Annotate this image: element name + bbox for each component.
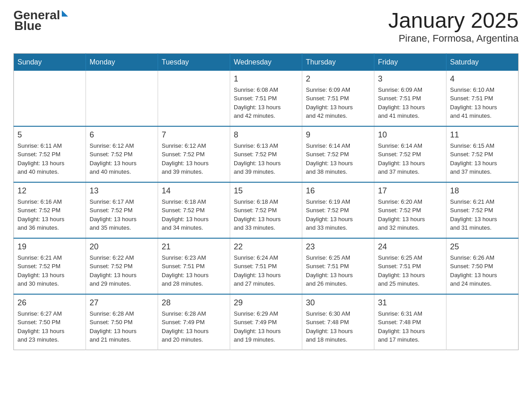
calendar-cell: 10Sunrise: 6:14 AMSunset: 7:52 PMDayligh… xyxy=(374,126,446,182)
calendar-cell: 6Sunrise: 6:12 AMSunset: 7:52 PMDaylight… xyxy=(86,126,158,182)
day-info: Sunrise: 6:15 AMSunset: 7:52 PMDaylight:… xyxy=(450,141,515,176)
day-info: Sunrise: 6:21 AMSunset: 7:52 PMDaylight:… xyxy=(17,253,82,288)
calendar-cell: 4Sunrise: 6:10 AMSunset: 7:51 PMDaylight… xyxy=(446,71,519,126)
day-info: Sunrise: 6:28 AMSunset: 7:49 PMDaylight:… xyxy=(162,309,226,344)
day-number: 7 xyxy=(162,130,226,140)
day-info: Sunrise: 6:24 AMSunset: 7:51 PMDaylight:… xyxy=(234,253,298,288)
calendar-cell: 31Sunrise: 6:31 AMSunset: 7:48 PMDayligh… xyxy=(374,294,446,350)
day-info: Sunrise: 6:16 AMSunset: 7:52 PMDaylight:… xyxy=(17,197,82,232)
day-info: Sunrise: 6:18 AMSunset: 7:52 PMDaylight:… xyxy=(234,197,298,232)
day-number: 9 xyxy=(306,130,370,140)
title-block: January 2025 Pirane, Formosa, Argentina xyxy=(388,9,519,44)
logo-arrow-icon xyxy=(62,10,68,17)
day-number: 29 xyxy=(234,298,298,308)
day-info: Sunrise: 6:13 AMSunset: 7:52 PMDaylight:… xyxy=(234,141,298,176)
day-info: Sunrise: 6:28 AMSunset: 7:50 PMDaylight:… xyxy=(90,309,154,344)
day-info: Sunrise: 6:17 AMSunset: 7:52 PMDaylight:… xyxy=(90,197,154,232)
calendar-cell: 7Sunrise: 6:12 AMSunset: 7:52 PMDaylight… xyxy=(158,126,230,182)
calendar-week-row: 12Sunrise: 6:16 AMSunset: 7:52 PMDayligh… xyxy=(14,182,519,238)
day-info: Sunrise: 6:18 AMSunset: 7:52 PMDaylight:… xyxy=(162,197,226,232)
day-number: 2 xyxy=(306,74,370,84)
calendar-week-row: 26Sunrise: 6:27 AMSunset: 7:50 PMDayligh… xyxy=(14,294,519,350)
weekday-header-sunday: Sunday xyxy=(14,53,86,71)
calendar-cell: 30Sunrise: 6:30 AMSunset: 7:48 PMDayligh… xyxy=(302,294,374,350)
day-number: 20 xyxy=(90,242,154,252)
calendar-cell: 20Sunrise: 6:22 AMSunset: 7:52 PMDayligh… xyxy=(86,238,158,294)
day-info: Sunrise: 6:14 AMSunset: 7:52 PMDaylight:… xyxy=(306,141,370,176)
day-number: 25 xyxy=(450,242,515,252)
calendar-cell: 24Sunrise: 6:25 AMSunset: 7:51 PMDayligh… xyxy=(374,238,446,294)
calendar-cell: 21Sunrise: 6:23 AMSunset: 7:51 PMDayligh… xyxy=(158,238,230,294)
calendar-cell: 9Sunrise: 6:14 AMSunset: 7:52 PMDaylight… xyxy=(302,126,374,182)
weekday-header-thursday: Thursday xyxy=(302,53,374,71)
day-number: 11 xyxy=(450,130,515,140)
day-info: Sunrise: 6:22 AMSunset: 7:52 PMDaylight:… xyxy=(90,253,154,288)
day-info: Sunrise: 6:09 AMSunset: 7:51 PMDaylight:… xyxy=(306,86,370,120)
day-info: Sunrise: 6:12 AMSunset: 7:52 PMDaylight:… xyxy=(162,141,226,176)
logo: General Blue xyxy=(13,9,68,32)
calendar-cell: 26Sunrise: 6:27 AMSunset: 7:50 PMDayligh… xyxy=(14,294,86,350)
day-number: 4 xyxy=(450,74,515,84)
day-info: Sunrise: 6:30 AMSunset: 7:48 PMDaylight:… xyxy=(306,309,370,344)
page-header: General Blue January 2025 Pirane, Formos… xyxy=(13,9,519,44)
weekday-header-saturday: Saturday xyxy=(446,53,519,71)
day-number: 16 xyxy=(306,186,370,196)
calendar-cell xyxy=(14,71,86,126)
day-info: Sunrise: 6:29 AMSunset: 7:49 PMDaylight:… xyxy=(234,309,298,344)
day-number: 10 xyxy=(378,130,442,140)
calendar-cell: 2Sunrise: 6:09 AMSunset: 7:51 PMDaylight… xyxy=(302,71,374,126)
day-number: 15 xyxy=(234,186,298,196)
day-number: 13 xyxy=(90,186,154,196)
calendar-cell xyxy=(86,71,158,126)
day-number: 31 xyxy=(378,298,442,308)
calendar-cell: 1Sunrise: 6:08 AMSunset: 7:51 PMDaylight… xyxy=(230,71,302,126)
day-number: 26 xyxy=(17,298,82,308)
day-number: 17 xyxy=(378,186,442,196)
day-info: Sunrise: 6:19 AMSunset: 7:52 PMDaylight:… xyxy=(306,197,370,232)
calendar-cell: 25Sunrise: 6:26 AMSunset: 7:50 PMDayligh… xyxy=(446,238,519,294)
calendar-cell: 3Sunrise: 6:09 AMSunset: 7:51 PMDaylight… xyxy=(374,71,446,126)
day-number: 8 xyxy=(234,130,298,140)
calendar-cell: 15Sunrise: 6:18 AMSunset: 7:52 PMDayligh… xyxy=(230,182,302,238)
day-number: 6 xyxy=(90,130,154,140)
day-number: 24 xyxy=(378,242,442,252)
calendar-cell: 19Sunrise: 6:21 AMSunset: 7:52 PMDayligh… xyxy=(14,238,86,294)
day-info: Sunrise: 6:08 AMSunset: 7:51 PMDaylight:… xyxy=(234,86,298,120)
calendar-cell: 13Sunrise: 6:17 AMSunset: 7:52 PMDayligh… xyxy=(86,182,158,238)
day-number: 28 xyxy=(162,298,226,308)
day-number: 19 xyxy=(17,242,82,252)
day-info: Sunrise: 6:25 AMSunset: 7:51 PMDaylight:… xyxy=(306,253,370,288)
day-info: Sunrise: 6:25 AMSunset: 7:51 PMDaylight:… xyxy=(378,253,442,288)
day-info: Sunrise: 6:27 AMSunset: 7:50 PMDaylight:… xyxy=(17,309,82,344)
calendar-cell xyxy=(446,294,519,350)
day-number: 22 xyxy=(234,242,298,252)
calendar-week-row: 1Sunrise: 6:08 AMSunset: 7:51 PMDaylight… xyxy=(14,71,519,126)
day-number: 30 xyxy=(306,298,370,308)
logo-blue-text: Blue xyxy=(14,19,42,33)
day-info: Sunrise: 6:26 AMSunset: 7:50 PMDaylight:… xyxy=(450,253,515,288)
calendar-title: January 2025 xyxy=(388,9,519,33)
calendar-cell: 18Sunrise: 6:21 AMSunset: 7:52 PMDayligh… xyxy=(446,182,519,238)
calendar-cell: 23Sunrise: 6:25 AMSunset: 7:51 PMDayligh… xyxy=(302,238,374,294)
calendar-week-row: 5Sunrise: 6:11 AMSunset: 7:52 PMDaylight… xyxy=(14,126,519,182)
day-info: Sunrise: 6:31 AMSunset: 7:48 PMDaylight:… xyxy=(378,309,442,344)
calendar-cell: 29Sunrise: 6:29 AMSunset: 7:49 PMDayligh… xyxy=(230,294,302,350)
day-number: 27 xyxy=(90,298,154,308)
day-info: Sunrise: 6:14 AMSunset: 7:52 PMDaylight:… xyxy=(378,141,442,176)
calendar-cell: 12Sunrise: 6:16 AMSunset: 7:52 PMDayligh… xyxy=(14,182,86,238)
calendar-cell: 28Sunrise: 6:28 AMSunset: 7:49 PMDayligh… xyxy=(158,294,230,350)
day-number: 23 xyxy=(306,242,370,252)
calendar-cell: 22Sunrise: 6:24 AMSunset: 7:51 PMDayligh… xyxy=(230,238,302,294)
weekday-header-friday: Friday xyxy=(374,53,446,71)
day-info: Sunrise: 6:20 AMSunset: 7:52 PMDaylight:… xyxy=(378,197,442,232)
day-number: 14 xyxy=(162,186,226,196)
calendar-cell: 11Sunrise: 6:15 AMSunset: 7:52 PMDayligh… xyxy=(446,126,519,182)
calendar-cell: 16Sunrise: 6:19 AMSunset: 7:52 PMDayligh… xyxy=(302,182,374,238)
calendar-cell xyxy=(158,71,230,126)
calendar-week-row: 19Sunrise: 6:21 AMSunset: 7:52 PMDayligh… xyxy=(14,238,519,294)
day-info: Sunrise: 6:12 AMSunset: 7:52 PMDaylight:… xyxy=(90,141,154,176)
calendar-cell: 14Sunrise: 6:18 AMSunset: 7:52 PMDayligh… xyxy=(158,182,230,238)
day-info: Sunrise: 6:11 AMSunset: 7:52 PMDaylight:… xyxy=(17,141,82,176)
weekday-header-tuesday: Tuesday xyxy=(158,53,230,71)
weekday-header-monday: Monday xyxy=(86,53,158,71)
